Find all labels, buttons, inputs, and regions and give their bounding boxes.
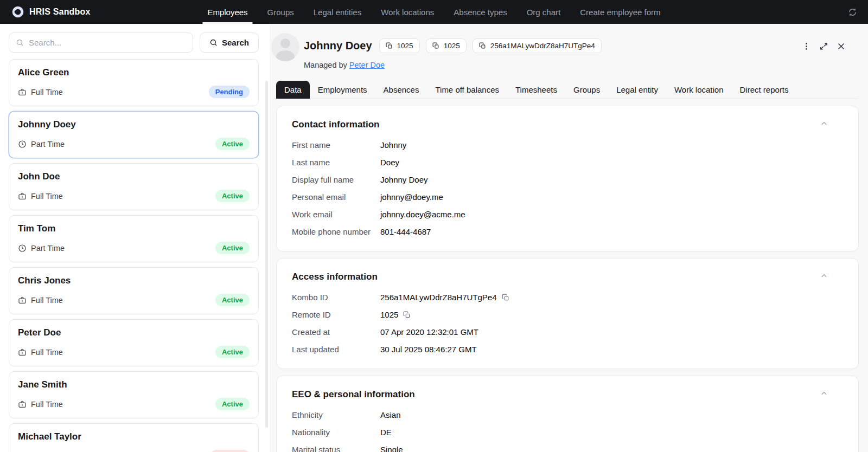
- detail-actions: [802, 42, 846, 51]
- search-button[interactable]: Search: [200, 33, 259, 53]
- employee-card[interactable]: Chris Jones Full Time Active: [9, 267, 259, 314]
- employment-type: Full Time: [18, 192, 63, 201]
- detail-tab[interactable]: Absences: [375, 81, 427, 99]
- field-row: Kombo ID 256a1MALywDdrZ8aH7UTgPe4: [292, 293, 843, 302]
- field-value-text: Johnny: [380, 140, 406, 150]
- avatar: [271, 33, 299, 61]
- field-row: Nationality DE: [292, 428, 843, 437]
- section-rows: Ethnicity Asian Nationality DE Marital s…: [292, 410, 843, 452]
- field-value: 801-444-4687: [380, 227, 431, 236]
- topnav-item[interactable]: Employees: [207, 0, 247, 24]
- chevron-up-icon[interactable]: [820, 272, 828, 280]
- search-row: Search: [9, 33, 259, 53]
- status-badge: Active: [215, 294, 250, 306]
- id-chip-value: 1025: [444, 42, 460, 50]
- employment-type-label: Full Time: [31, 400, 63, 409]
- employment-type: Full Time: [18, 348, 63, 357]
- close-icon[interactable]: [837, 42, 846, 51]
- copy-icon[interactable]: [502, 294, 509, 301]
- id-chip[interactable]: 1025: [379, 38, 420, 53]
- field-value: 256a1MALywDdrZ8aH7UTgPe4: [380, 293, 509, 302]
- topnav-item[interactable]: Create employee form: [580, 0, 660, 24]
- detail-tab[interactable]: Direct reports: [732, 81, 797, 99]
- sidebar-scrollbar[interactable]: [265, 81, 268, 428]
- status-badge: Active: [215, 398, 250, 410]
- employment-type: Full Time: [18, 296, 63, 305]
- chevron-up-icon[interactable]: [820, 390, 828, 397]
- employment-type: Part Time: [18, 244, 65, 253]
- field-value: johnny@doey.me: [380, 192, 443, 202]
- field-label: Remote ID: [292, 310, 380, 319]
- detail-tab[interactable]: Data: [276, 81, 310, 99]
- detail-tab[interactable]: Legal entity: [608, 81, 666, 99]
- employee-list: Alice Green Full Time Pending Johnny Doe…: [9, 59, 259, 452]
- search-input[interactable]: [29, 38, 186, 47]
- detail-tab[interactable]: Groups: [565, 81, 608, 99]
- employee-name: Tim Tom: [18, 223, 250, 234]
- field-value-text: 30 Jul 2025 08:46:27 GMT: [380, 345, 477, 354]
- field-value-text: 07 Apr 2020 12:32:01 GMT: [380, 327, 478, 337]
- topnav-item[interactable]: Org chart: [527, 0, 561, 24]
- field-value-text: Johnny Doey: [380, 175, 428, 184]
- employee-card[interactable]: Peter Doe Full Time Active: [9, 319, 259, 366]
- employee-card[interactable]: Alice Green Full Time Pending: [9, 59, 259, 106]
- manager-link[interactable]: Peter Doe: [349, 61, 385, 69]
- status-badge: Inactive: [210, 450, 250, 452]
- topnav-menu: Employees Groups Legal entities Work loc…: [207, 0, 660, 24]
- field-row: Marital status Single: [292, 445, 843, 452]
- briefcase-icon: [18, 400, 27, 409]
- topnav-item[interactable]: Legal entities: [314, 0, 361, 24]
- clock-icon: [18, 244, 27, 253]
- detail-tab[interactable]: Timesheets: [507, 81, 565, 99]
- employee-meta: Full Time Inactive: [18, 450, 250, 452]
- field-value-text: 1025: [380, 310, 398, 319]
- field-value: Johnny Doey: [380, 175, 428, 184]
- top-navigation-bar: HRIS Sandbox Employees Groups Legal enti…: [0, 0, 868, 24]
- employee-name: Michael Taylor: [18, 431, 250, 442]
- field-label: Mobile phone number: [292, 227, 380, 236]
- detail-tab[interactable]: Time off balances: [427, 81, 507, 99]
- employee-card[interactable]: Jane Smith Full Time Active: [9, 371, 259, 418]
- employment-type: Full Time: [18, 400, 63, 409]
- field-value: 30 Jul 2025 08:46:27 GMT: [380, 345, 477, 354]
- search-box: [9, 33, 193, 53]
- id-chips: 1025 1025 256a1MALywDdrZ8aH7UTgPe4: [379, 38, 602, 53]
- status-badge: Active: [215, 242, 250, 254]
- kebab-menu-icon[interactable]: [802, 42, 811, 51]
- field-row: Last updated 30 Jul 2025 08:46:27 GMT: [292, 345, 843, 354]
- id-chip-value: 1025: [397, 42, 413, 50]
- id-chip[interactable]: 256a1MALywDdrZ8aH7UTgPe4: [473, 38, 602, 53]
- detail-tab[interactable]: Employments: [310, 81, 375, 99]
- employee-card[interactable]: Michael Taylor Full Time Inactive: [9, 423, 259, 452]
- field-value-text: Doey: [380, 158, 399, 167]
- employee-card[interactable]: Tim Tom Part Time Active: [9, 215, 259, 262]
- field-label: Created at: [292, 327, 380, 337]
- topnav-item[interactable]: Groups: [267, 0, 294, 24]
- section-eeo-personal-information: EEO & personal information Ethnicity Asi…: [276, 376, 859, 452]
- section-rows: First name Johnny Last name Doey Display…: [292, 140, 843, 236]
- detail-tab[interactable]: Work location: [666, 81, 732, 99]
- field-value: 07 Apr 2020 12:32:01 GMT: [380, 327, 478, 337]
- page-body: Search Alice Green Full Time Pending Joh…: [0, 24, 868, 452]
- topnav-item[interactable]: Absence types: [454, 0, 507, 24]
- copy-icon: [479, 42, 486, 49]
- employee-detail-name: Johnny Doey: [304, 40, 372, 52]
- clock-icon: [18, 140, 27, 148]
- brand: HRIS Sandbox: [12, 6, 91, 18]
- copy-icon[interactable]: [403, 311, 411, 319]
- section-rows: Kombo ID 256a1MALywDdrZ8aH7UTgPe4 Remote…: [292, 293, 843, 354]
- employee-meta: Part Time Active: [18, 138, 250, 150]
- employment-type-label: Full Time: [31, 88, 63, 96]
- employee-name: Alice Green: [18, 67, 250, 78]
- employee-meta: Full Time Active: [18, 346, 250, 358]
- employee-card[interactable]: Johnny Doey Part Time Active: [9, 111, 259, 158]
- field-value: Asian: [380, 410, 401, 419]
- id-chip[interactable]: 1025: [426, 38, 467, 53]
- expand-icon[interactable]: [819, 42, 828, 51]
- detail-title-row: Johnny Doey 1025 1025 256a1MALywDdrZ8aH7…: [304, 38, 602, 53]
- topnav-item[interactable]: Work locations: [381, 0, 434, 24]
- field-row: Created at 07 Apr 2020 12:32:01 GMT: [292, 327, 843, 337]
- refresh-icon[interactable]: [848, 8, 857, 17]
- chevron-up-icon[interactable]: [820, 120, 828, 127]
- employee-card[interactable]: John Doe Full Time Active: [9, 163, 259, 210]
